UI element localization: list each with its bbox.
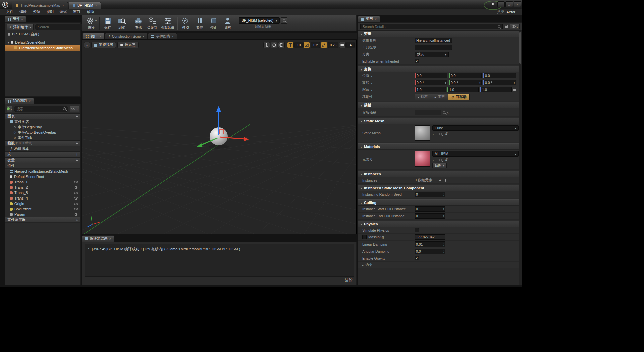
add-element-button[interactable]: [439, 178, 441, 182]
my-blueprint-tab[interactable]: 我的蓝图: [5, 98, 34, 104]
close-icon[interactable]: [99, 34, 101, 38]
feedback-icon[interactable]: [491, 2, 496, 6]
caret-down-icon[interactable]: [95, 19, 97, 23]
simulate-physics-checkbox[interactable]: [415, 228, 419, 232]
compiler-log[interactable]: • [3967.45]BP_HISM 编译成功！[129 毫秒内] ( /Gam…: [85, 244, 354, 277]
category-culling[interactable]: Culling: [358, 199, 519, 206]
rotate-tool-button[interactable]: [271, 42, 277, 48]
close-icon[interactable]: [95, 3, 97, 7]
class-settings-button[interactable]: 类设置: [145, 16, 159, 31]
category-dropdown[interactable]: 默认: [415, 52, 449, 57]
close-icon[interactable]: [142, 34, 144, 38]
lock-icon[interactable]: [505, 26, 508, 28]
location-x-field[interactable]: [415, 73, 447, 78]
camera-speed-value[interactable]: 4: [346, 42, 355, 48]
category-instances[interactable]: Instances: [358, 171, 519, 177]
spinner-icon[interactable]: ▴▾: [479, 81, 480, 84]
location-z-field[interactable]: [483, 73, 516, 78]
spinner-icon[interactable]: ▴▾: [443, 250, 444, 253]
scale-y-field[interactable]: [447, 87, 479, 92]
list-item-var-trans1[interactable]: Trans_1: [5, 179, 80, 185]
eye-icon[interactable]: [74, 197, 78, 200]
menu-help[interactable]: 帮助: [84, 9, 97, 14]
spinner-icon[interactable]: ▴▾: [443, 193, 444, 196]
category-physics[interactable]: Physics: [358, 221, 519, 227]
editable-checkbox[interactable]: [415, 59, 419, 63]
menu-view[interactable]: 视图: [43, 9, 57, 14]
list-item-var-trans3[interactable]: Trans_3: [5, 190, 80, 195]
translate-tool-button[interactable]: [263, 42, 270, 48]
menu-window[interactable]: 窗口: [70, 9, 84, 14]
end-cull-field[interactable]: ▴▾: [415, 213, 445, 219]
pause-button[interactable]: 暂停: [193, 16, 207, 31]
scale-snap-toggle[interactable]: [321, 42, 327, 48]
scale-lock-icon[interactable]: [513, 89, 516, 91]
minimize-button[interactable]: [497, 1, 505, 7]
scale-x-field[interactable]: [415, 87, 446, 92]
category-ismc[interactable]: Instanced Static Mesh Component: [358, 185, 519, 191]
search-socket-icon[interactable]: [443, 111, 445, 114]
list-item-construction-script[interactable]: ƒ 构建脚本: [5, 146, 80, 151]
compile-button[interactable]: 编译: [84, 16, 98, 31]
stop-button[interactable]: 停止: [207, 16, 221, 31]
tree-item-defaultsceneroot[interactable]: DefaultSceneRoot: [5, 39, 80, 45]
enable-gravity-checkbox[interactable]: [415, 256, 419, 260]
parent-class-link[interactable]: Actor: [506, 10, 515, 14]
browse-button[interactable]: 浏览: [115, 16, 129, 31]
components-search-input[interactable]: [38, 25, 83, 29]
mobility-stationary-button[interactable]: ● 固定: [431, 94, 448, 100]
section-graphs[interactable]: 图表: [5, 113, 80, 119]
section-functions[interactable]: 函数 (18 可重载): [5, 140, 80, 146]
tab-viewport[interactable]: 视口: [83, 33, 105, 39]
eye-icon[interactable]: [74, 208, 78, 210]
variable-name-input[interactable]: [415, 38, 452, 43]
add-variable-button[interactable]: [76, 158, 78, 162]
perspective-button[interactable]: 透视视图: [91, 42, 116, 48]
menu-debug[interactable]: 调试: [57, 9, 70, 14]
caret-down-icon[interactable]: [371, 88, 372, 92]
list-item-var-trans2[interactable]: Trans_2: [5, 185, 80, 190]
angular-damping-field[interactable]: ▴▾: [415, 249, 445, 254]
grid-snap-toggle[interactable]: [287, 42, 294, 48]
scale-snap-value[interactable]: 0.25: [328, 42, 338, 48]
world-coordinate-button[interactable]: [278, 42, 285, 48]
list-item-var-hism[interactable]: HierarchicalInstancedStaticMesh: [5, 169, 80, 174]
camera-speed-button[interactable]: [339, 42, 346, 48]
find-button[interactable]: 查找: [131, 16, 145, 31]
list-item-var-trans4[interactable]: Trans_4: [5, 195, 80, 201]
eye-icon[interactable]: [74, 181, 78, 183]
window-tab-level[interactable]: ThirdPersonExampleMap: [12, 2, 68, 9]
lit-mode-button[interactable]: 带光照: [117, 42, 139, 48]
trash-icon[interactable]: [445, 179, 448, 182]
reset-icon[interactable]: ↺: [445, 158, 448, 162]
section-macros[interactable]: 宏: [5, 151, 80, 157]
tab-event-graph[interactable]: 事件图表: [148, 33, 177, 39]
close-window-button[interactable]: [514, 1, 521, 7]
details-search-input[interactable]: [363, 25, 496, 29]
scale-z-field[interactable]: [480, 87, 512, 92]
tree-item-hism[interactable]: HierarchicalInstancedStaticMesh: [5, 45, 80, 51]
tree-item-self[interactable]: BP_HISM (自身): [5, 31, 80, 37]
static-mesh-thumbnail[interactable]: [415, 125, 430, 141]
menu-file[interactable]: 文件: [3, 9, 16, 14]
mobility-static-button[interactable]: ▪ 静态: [415, 94, 431, 100]
rotation-snap-value[interactable]: 10°: [311, 42, 320, 48]
simulate-button[interactable]: 模拟: [178, 16, 193, 31]
close-icon[interactable]: [109, 237, 111, 241]
add-macro-button[interactable]: [76, 152, 78, 157]
section-event-dispatchers[interactable]: 事件调度器: [5, 217, 80, 223]
spinner-icon[interactable]: ▴▾: [443, 208, 444, 210]
category-components[interactable]: 组件: [5, 163, 80, 169]
close-icon[interactable]: [62, 3, 64, 7]
possess-button[interactable]: 拥有: [221, 16, 235, 31]
rotation-snap-toggle[interactable]: [303, 42, 310, 48]
add-function-button[interactable]: [76, 141, 78, 145]
debug-search-button[interactable]: [281, 17, 287, 24]
grid-snap-value[interactable]: 10: [294, 42, 303, 48]
details-scrollbar[interactable]: [519, 31, 522, 285]
mass-override-checkbox[interactable]: [362, 235, 367, 239]
mobility-movable-button[interactable]: ⊕ 可移动: [448, 94, 470, 100]
tab-construction-script[interactable]: ƒ Construction Scrip: [105, 33, 148, 39]
list-item-var-defaultsceneroot[interactable]: DefaultSceneRoot: [5, 174, 80, 179]
texture-button[interactable]: 贴图: [432, 163, 447, 168]
